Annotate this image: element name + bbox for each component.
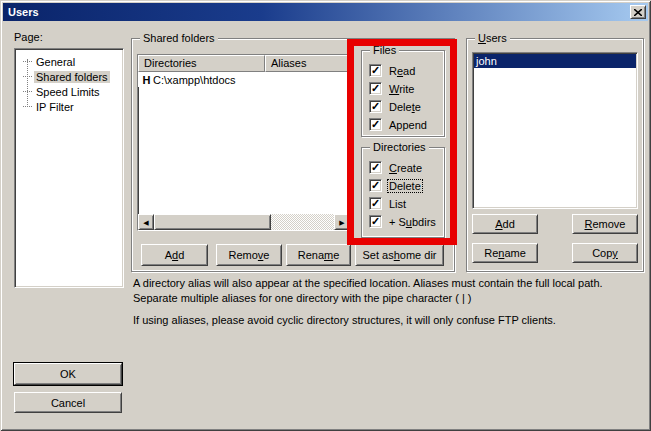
close-icon <box>634 9 642 16</box>
page-label: Page: <box>14 31 43 43</box>
scrollbar-thumb[interactable] <box>154 214 271 230</box>
add-user-button[interactable]: Add <box>472 214 538 234</box>
checkbox-box: ✓ <box>369 215 382 228</box>
window-title: Users <box>8 6 39 18</box>
directories-group: Directories ✓ Create ✓ Delete ✓ List ✓ +… <box>361 147 445 238</box>
checkbox-box: ✓ <box>369 197 382 210</box>
rename-user-button[interactable]: Rename <box>472 243 538 263</box>
tree-line <box>27 59 28 107</box>
checkbox-files-write[interactable]: ✓ Write <box>369 81 415 96</box>
directories-table: Directories Aliases H C:\xampp\htdocs ◀ … <box>137 54 351 231</box>
table-row[interactable]: H C:\xampp\htdocs <box>138 72 350 87</box>
title-bar[interactable]: Users <box>3 3 648 21</box>
checkbox-files-append[interactable]: ✓ Append <box>369 117 428 132</box>
remove-directory-button[interactable]: Remove <box>216 244 282 266</box>
checkmark-icon: ✓ <box>371 198 380 209</box>
user-list-item[interactable]: john <box>474 54 636 68</box>
shared-folders-group-label: Shared folders <box>140 32 218 45</box>
ok-button[interactable]: OK <box>14 363 122 385</box>
checkmark-icon: ✓ <box>371 162 380 173</box>
checkmark-icon: ✓ <box>371 83 380 94</box>
page-list: General Shared folders Speed Limits IP F… <box>14 48 124 288</box>
checkbox-files-read[interactable]: ✓ Read <box>369 63 416 78</box>
home-dir-marker: H <box>140 74 153 86</box>
remove-user-button[interactable]: Remove <box>572 214 638 234</box>
scroll-left-button[interactable]: ◀ <box>138 214 154 230</box>
files-group: Files ✓ Read ✓ Write ✓ Delete ✓ Append <box>361 50 445 137</box>
checkbox-box: ✓ <box>369 82 382 95</box>
users-group-label: Users <box>475 32 510 45</box>
scroll-right-button[interactable]: ▶ <box>334 214 350 230</box>
page-item-speed-limits[interactable]: Speed Limits <box>15 84 123 99</box>
cyclic-note-text: If using aliases, please avoid cyclic di… <box>133 313 649 328</box>
checkbox-box: ✓ <box>369 64 382 77</box>
checkbox-dirs-create[interactable]: ✓ Create <box>369 160 423 175</box>
checkbox-box: ✓ <box>369 118 382 131</box>
set-home-dir-button[interactable]: Set as home dir <box>355 244 444 266</box>
rename-directory-button[interactable]: Rename <box>286 244 351 266</box>
checkmark-icon: ✓ <box>371 65 380 76</box>
table-header: Directories Aliases <box>138 55 350 72</box>
checkmark-icon: ✓ <box>371 216 380 227</box>
alias-note-text: A directory alias will also appear at th… <box>133 276 649 306</box>
column-header-directories[interactable]: Directories <box>138 55 265 72</box>
directory-path: C:\xampp\htdocs <box>153 74 236 86</box>
close-button[interactable] <box>630 5 646 19</box>
checkbox-dirs-delete[interactable]: ✓ Delete <box>369 178 422 193</box>
checkbox-box: ✓ <box>369 100 382 113</box>
checkbox-dirs-list[interactable]: ✓ List <box>369 196 407 211</box>
checkmark-icon: ✓ <box>371 101 380 112</box>
scrollbar-track[interactable] <box>271 214 334 230</box>
copy-user-button[interactable]: Copy <box>572 243 638 263</box>
checkmark-icon: ✓ <box>371 119 380 130</box>
checkbox-dirs-subdirs[interactable]: ✓ + Subdirs <box>369 214 437 229</box>
add-directory-button[interactable]: Add <box>141 244 208 266</box>
directories-group-label: Directories <box>370 141 429 154</box>
cancel-button[interactable]: Cancel <box>14 392 122 413</box>
arrow-right-icon: ▶ <box>339 219 344 226</box>
files-group-label: Files <box>370 44 399 57</box>
column-header-aliases[interactable]: Aliases <box>265 55 350 72</box>
page-item-ip-filter[interactable]: IP Filter <box>15 99 123 114</box>
checkmark-icon: ✓ <box>371 180 380 191</box>
page-item-shared-folders[interactable]: Shared folders <box>15 69 123 84</box>
page-item-general[interactable]: General <box>15 54 123 69</box>
arrow-left-icon: ◀ <box>143 219 148 226</box>
checkbox-files-delete[interactable]: ✓ Delete <box>369 99 422 114</box>
checkbox-box: ✓ <box>369 179 382 192</box>
horizontal-scrollbar[interactable]: ◀ ▶ <box>138 214 350 230</box>
users-dialog: Users Page: General Shared folders Speed… <box>0 0 651 431</box>
users-list: john <box>472 52 638 209</box>
checkbox-box: ✓ <box>369 161 382 174</box>
